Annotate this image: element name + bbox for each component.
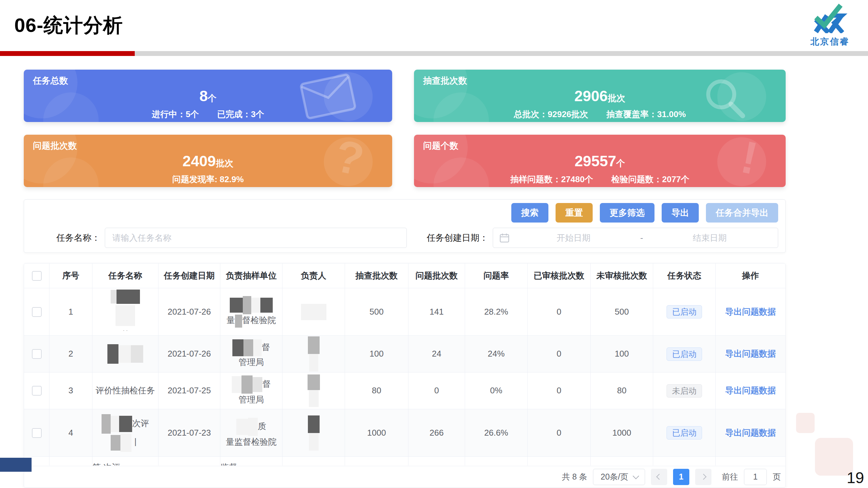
cell-rate: 0% [465,372,528,409]
cell-rate: 28.2% [465,288,528,335]
current-page[interactable]: 1 [673,469,689,485]
select-all-checkbox[interactable] [32,271,42,281]
cell-problem: 266 [408,409,465,456]
cell-rate: 26.6% [465,409,528,456]
card-value: 2409 [183,153,216,169]
status-badge: 已启动 [666,305,702,319]
cell-check: 100 [345,336,408,372]
card-problem-batches: ? 问题批次数 2409批次 问题发现率: 82.9% [24,135,392,187]
slide-page-number: 19 [847,469,864,487]
card-total-tasks: 任务总数 8个 进行中：5个已完成：3个 [24,70,392,122]
redacted-block [119,416,132,432]
corner-decor-navy [0,458,32,472]
redacted-block [248,418,258,436]
export-problem-data-link[interactable]: 导出问题数据 [725,306,776,318]
cell-seq: 1 [50,288,92,335]
redacted-block [308,416,319,433]
goto-label: 前往 [722,471,738,482]
cell-task-name-redacted: 次评 丨 [92,409,158,456]
cell-check: 1000 [345,409,408,456]
next-page-button[interactable] [695,469,711,485]
date-start-placeholder: 开始日期 [512,232,635,244]
cell-unit: 量督检验院 [220,288,282,335]
goto-page-input[interactable] [744,469,767,485]
slide: 06-统计分析 北京信睿 任务总数 8个 [0,0,868,488]
card-unit: 个 [208,93,216,103]
cell-problem: 24 [408,336,465,372]
col-sampling-unit: 负责抽样单位 [220,263,282,288]
table-row: 2 2021-07-26 督 管理局 100 24 24% 0 100 已启 [24,336,785,372]
col-problem-batches: 问题批次数 [408,263,465,288]
redacted-block [309,354,318,371]
cell-task-name-redacted: · · [92,288,158,335]
card-sub-2: 检验问题数：2077个 [611,174,689,184]
col-check-batches: 抽查批次数 [345,263,408,288]
task-date-label: 任务创建日期： [407,232,488,244]
cell-reviewed: 0 [528,288,591,335]
export-button[interactable]: 导出 [662,203,699,223]
task-table-panel: 序号 任务名称 任务创建日期 负责抽样单位 负责人 抽查批次数 问题批次数 问题… [24,263,786,488]
pagination-bar: 共 8 条 20条/页 1 前往 页 [24,466,785,487]
logo-xr-icon [809,3,851,33]
header-divider-accent [0,51,135,56]
chevron-down-icon [633,473,639,479]
row-checkbox[interactable] [32,307,42,317]
card-sub-1: 进行中：5个 [152,109,199,119]
cell-check: 80 [345,372,408,409]
row-checkbox[interactable] [32,428,42,438]
row-checkbox[interactable] [32,386,42,396]
redacted-block [232,339,243,356]
table-header-row: 序号 任务名称 任务创建日期 负责抽样单位 负责人 抽查批次数 问题批次数 问题… [24,263,785,288]
page-size-select[interactable]: 20条/页 [593,469,645,485]
col-unreviewed: 未审核批次数 [591,263,653,288]
task-name-input[interactable] [105,228,407,248]
redacted-block [131,345,143,363]
table-row: 3 评价性抽检任务 2021-07-25 督 管理局 80 0 0% 0 80 … [24,372,785,409]
card-value: 29557 [575,153,616,169]
row-checkbox[interactable] [32,349,42,359]
calendar-icon [500,233,509,243]
card-label: 抽查批次数 [423,75,777,87]
cell-reviewed: 0 [528,409,591,456]
redacted-block [116,305,135,326]
redacted-block [308,375,320,390]
redacted-block [253,339,262,356]
filter-form: 任务名称： 任务创建日期： 开始日期 - 结束日期 [31,228,778,248]
card-unit: 批次 [608,93,625,103]
cell-problem: 0 [408,372,465,409]
card-value: 2906 [575,88,608,104]
more-filters-button[interactable]: 更多筛选 [600,203,654,223]
redacted-block [260,298,273,313]
redacted-block [111,435,120,451]
cell-task-name-clipped: 第 次评 [92,457,158,465]
cell-problem: 141 [408,288,465,335]
date-range-picker[interactable]: 开始日期 - 结束日期 [493,228,778,248]
redacted-block [117,290,140,304]
redacted-block [309,390,319,407]
reset-button[interactable]: 重置 [556,203,593,223]
redacted-block [236,419,248,435]
col-problem-rate: 问题率 [465,263,528,288]
logo-text: 北京信睿 [809,36,851,47]
cell-task-name-redacted [92,336,158,372]
card-label: 任务总数 [33,75,383,87]
redacted-block [243,296,251,314]
export-problem-data-link[interactable]: 导出问题数据 [725,385,776,397]
table-row: 1 · · 2021-07-26 量督检验院 500 141 28.2% [24,288,785,336]
chevron-left-icon [656,474,662,480]
cell-date: 2021-07-26 [158,336,220,372]
merge-export-button[interactable]: 任务合并导出 [706,203,778,223]
company-logo: 北京信睿 [809,3,851,47]
search-button[interactable]: 搜索 [511,203,549,223]
export-problem-data-link[interactable]: 导出问题数据 [725,427,776,439]
corner-decor-pink-small [796,413,815,433]
export-problem-data-link[interactable]: 导出问题数据 [725,348,776,360]
prev-page-button[interactable] [651,469,667,485]
col-owner: 负责人 [282,263,345,288]
cell-reviewed: 0 [528,372,591,409]
cell-unreviewed: 500 [591,288,653,335]
cell-seq: 3 [50,372,92,409]
col-actions: 操作 [716,263,785,288]
status-badge: 已启动 [666,426,702,440]
redacted-block [309,433,319,451]
